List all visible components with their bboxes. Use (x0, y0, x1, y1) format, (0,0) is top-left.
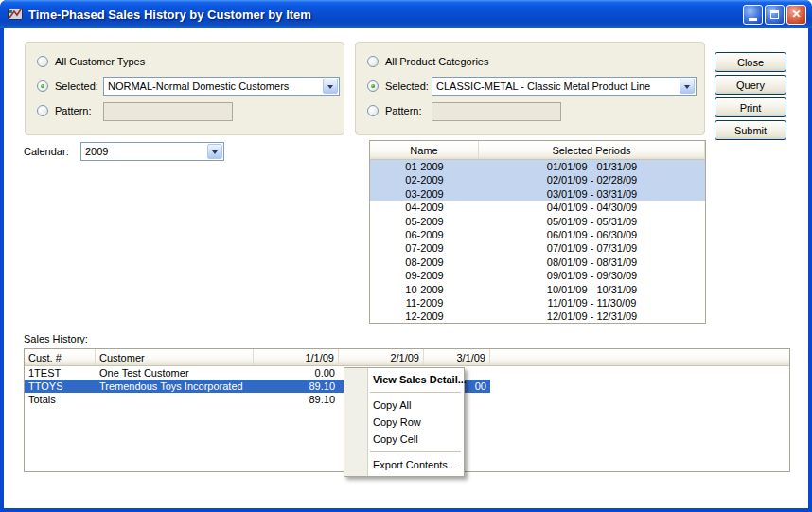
sales-cell-cust-no: Totals (25, 393, 96, 406)
action-button-column: Close Query Print Submit (715, 52, 786, 140)
calendar-label: Calendar: (24, 146, 69, 157)
menu-separator (370, 392, 461, 393)
period-row[interactable]: 05-200905/01/09 - 05/31/09 (370, 215, 705, 228)
sales-cell-customer: One Test Customer (96, 366, 254, 380)
customer-pattern-input (103, 102, 233, 121)
period-name: 04-2009 (370, 201, 479, 214)
radio-label: Selected: (55, 80, 98, 92)
customer-selected-combo[interactable]: NORMAL-Normal Domestic Customers (103, 77, 340, 96)
close-window-button[interactable]: ✕ (786, 5, 806, 25)
radio-customer-pattern[interactable]: Pattern: (37, 104, 92, 117)
title-bar[interactable]: Time-Phased Sales History by Customer by… (0, 0, 812, 28)
combo-value: 2009 (85, 146, 204, 157)
period-name: 06-2009 (370, 228, 479, 241)
radio-icon[interactable] (37, 56, 48, 67)
sales-cell-cust-no: TTOYS (25, 380, 96, 393)
period-name: 07-2009 (370, 241, 479, 255)
radio-product-pattern[interactable]: Pattern: (367, 104, 422, 117)
column-header-name[interactable]: Name (370, 141, 479, 159)
radio-product-selected[interactable]: Selected: (367, 79, 429, 93)
product-selected-combo[interactable]: CLASSIC-METAL - Classic Metal Product Li… (432, 77, 697, 96)
print-button[interactable]: Print (715, 97, 786, 117)
period-range: 03/01/09 - 03/31/09 (479, 187, 705, 201)
calendar-combo[interactable]: 2009 (80, 142, 224, 161)
period-range: 08/01/09 - 08/31/09 (479, 256, 705, 269)
period-range: 06/01/09 - 06/30/09 (479, 228, 705, 241)
sales-cell-value-1: 89.10 (254, 393, 339, 406)
period-name: 08-2009 (370, 256, 479, 269)
sales-cell-customer: Tremendous Toys Incorporated (96, 380, 254, 393)
combo-value: NORMAL-Normal Domestic Customers (108, 80, 320, 92)
radio-icon[interactable] (367, 56, 379, 67)
product-filter-group: All Product Categories Selected: CLASSIC… (355, 42, 705, 135)
minimize-button[interactable] (743, 5, 763, 25)
window-title: Time-Phased Sales History by Customer by… (28, 8, 737, 22)
period-row[interactable]: 10-200910/01/09 - 10/31/09 (370, 283, 705, 296)
menu-item-export-contents[interactable]: Export Contents... (344, 456, 464, 473)
dropdown-arrow-icon[interactable] (323, 79, 338, 94)
radio-label: All Customer Types (55, 56, 145, 67)
period-range: 01/01/09 - 01/31/09 (479, 160, 705, 173)
menu-item-copy-row[interactable]: Copy Row (344, 414, 464, 431)
dropdown-arrow-icon[interactable] (207, 144, 222, 159)
radio-all-product-categories[interactable]: All Product Categories (367, 55, 488, 68)
column-header-selected-periods[interactable]: Selected Periods (479, 141, 705, 159)
menu-separator (370, 451, 461, 452)
period-row[interactable]: 02-200902/01/09 - 02/28/09 (370, 173, 705, 186)
period-row[interactable]: 01-200901/01/09 - 01/31/09 (370, 160, 705, 173)
period-range: 07/01/09 - 07/31/09 (479, 241, 705, 255)
column-header-period-3[interactable]: 3/1/09 (424, 349, 490, 365)
maximize-button[interactable] (765, 5, 785, 25)
sales-history-label: Sales History: (24, 333, 88, 344)
period-name: 09-2009 (370, 269, 479, 282)
period-name: 11-2009 (370, 296, 479, 309)
submit-button[interactable]: Submit (715, 120, 786, 140)
radio-icon[interactable] (367, 80, 379, 92)
combo-value: CLASSIC-METAL - Classic Metal Product Li… (436, 80, 677, 92)
period-name: 05-2009 (370, 215, 479, 228)
period-name: 02-2009 (370, 173, 479, 186)
column-header-period-2[interactable]: 2/1/09 (339, 349, 424, 365)
radio-icon[interactable] (37, 80, 48, 92)
query-button[interactable]: Query (715, 75, 786, 95)
period-name: 01-2009 (370, 160, 479, 173)
column-header-customer[interactable]: Customer (96, 349, 254, 365)
period-range: 05/01/09 - 05/31/09 (479, 215, 705, 228)
period-range: 12/01/09 - 12/31/09 (479, 309, 705, 323)
close-icon: ✕ (791, 9, 801, 20)
periods-table: Name Selected Periods 01-200901/01/09 - … (369, 140, 706, 324)
radio-customer-selected[interactable]: Selected: (37, 79, 98, 93)
radio-label: Pattern: (385, 105, 422, 116)
radio-all-customer-types[interactable]: All Customer Types (37, 55, 145, 68)
period-range: 09/01/09 - 09/30/09 (479, 269, 705, 282)
menu-item-copy-all[interactable]: Copy All (344, 397, 464, 414)
sales-cell-value-1: 89.10 (254, 380, 339, 393)
column-header-cust-no[interactable]: Cust. # (25, 349, 96, 365)
minimize-icon (749, 18, 757, 21)
dropdown-arrow-icon[interactable] (680, 79, 695, 94)
menu-item-copy-cell[interactable]: Copy Cell (344, 431, 464, 448)
radio-label: Selected: (385, 80, 429, 92)
periods-table-header: Name Selected Periods (370, 141, 705, 160)
radio-icon[interactable] (367, 105, 379, 116)
column-header-period-1[interactable]: 1/1/09 (254, 349, 339, 365)
period-range: 02/01/09 - 02/28/09 (479, 173, 705, 186)
sales-table-header: Cust. # Customer 1/1/09 2/1/09 3/1/09 (25, 349, 789, 366)
period-range: 10/01/09 - 10/31/09 (479, 283, 705, 296)
radio-icon[interactable] (37, 105, 48, 116)
period-row[interactable]: 07-200907/01/09 - 07/31/09 (370, 241, 705, 255)
period-row[interactable]: 04-200904/01/09 - 04/30/09 (370, 201, 705, 214)
close-button[interactable]: Close (715, 52, 786, 72)
sales-cell-customer (96, 393, 254, 406)
period-row[interactable]: 06-200906/01/09 - 06/30/09 (370, 228, 705, 241)
sales-cell-cust-no: 1TEST (25, 366, 96, 380)
period-row[interactable]: 03-200903/01/09 - 03/31/09 (370, 187, 705, 201)
menu-item-view-sales-detail[interactable]: View Sales Detail... (344, 371, 464, 388)
period-row[interactable]: 08-200908/01/09 - 08/31/09 (370, 256, 705, 269)
sales-cell-value-1: 0.00 (254, 366, 339, 380)
period-row[interactable]: 09-200909/01/09 - 09/30/09 (370, 269, 705, 282)
context-menu: View Sales Detail...Copy AllCopy RowCopy… (344, 367, 465, 477)
period-row[interactable]: 12-200912/01/09 - 12/31/09 (370, 309, 705, 323)
customer-filter-group: All Customer Types Selected: NORMAL-Norm… (25, 42, 344, 135)
period-row[interactable]: 11-200911/01/09 - 11/30/09 (370, 296, 705, 309)
